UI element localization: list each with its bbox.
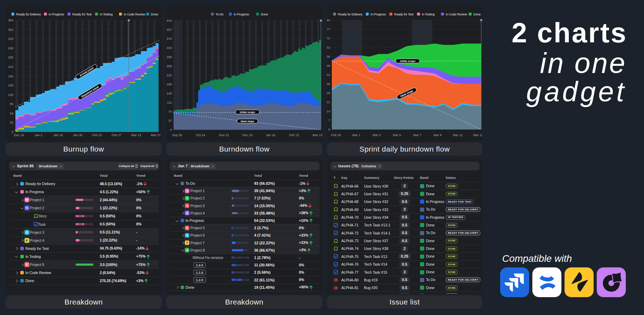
svg-text:Jan 16: Jan 16 bbox=[53, 133, 63, 137]
svg-text:56: 56 bbox=[327, 55, 330, 58]
svg-text:259: 259 bbox=[167, 64, 172, 68]
svg-text:Dec 19: Dec 19 bbox=[14, 133, 24, 137]
svg-text:Ready for Delivery: Ready for Delivery bbox=[338, 13, 363, 16]
svg-text:74: 74 bbox=[168, 110, 172, 113]
svg-text:444: 444 bbox=[167, 19, 172, 22]
svg-text:Feb 13: Feb 13 bbox=[289, 133, 299, 137]
svg-text:42: 42 bbox=[327, 73, 330, 77]
svg-text:192: 192 bbox=[8, 75, 13, 78]
svg-text:352: 352 bbox=[8, 28, 13, 31]
svg-text:To Do: To Do bbox=[216, 13, 224, 16]
svg-text:256: 256 bbox=[8, 56, 13, 59]
svg-text:70: 70 bbox=[327, 37, 330, 40]
svg-text:In Progress: In Progress bbox=[49, 13, 64, 16]
svg-text:In Testing: In Testing bbox=[422, 13, 435, 16]
svg-text:0: 0 bbox=[170, 128, 172, 132]
svg-text:Dec 19: Dec 19 bbox=[243, 133, 253, 137]
svg-text:Mar 1: Mar 1 bbox=[352, 133, 360, 137]
svg-text:21: 21 bbox=[327, 100, 330, 104]
svg-text:288: 288 bbox=[8, 47, 13, 50]
svg-text:Mar 11: Mar 11 bbox=[453, 133, 462, 137]
svg-text:Nov 21: Nov 21 bbox=[219, 133, 229, 137]
svg-text:160: 160 bbox=[8, 84, 13, 87]
svg-text:84: 84 bbox=[327, 19, 330, 22]
svg-text:96: 96 bbox=[10, 102, 13, 106]
svg-text:320: 320 bbox=[8, 37, 13, 41]
svg-text:Ideal slope: Ideal slope bbox=[240, 120, 254, 123]
svg-text:Feb 13: Feb 13 bbox=[92, 133, 102, 137]
svg-text:77: 77 bbox=[327, 28, 330, 31]
svg-text:Jan 30: Jan 30 bbox=[73, 133, 82, 137]
svg-text:In Testing: In Testing bbox=[100, 13, 113, 16]
svg-text:0: 0 bbox=[12, 130, 13, 134]
svg-text:407: 407 bbox=[167, 28, 172, 31]
svg-text:37: 37 bbox=[168, 119, 172, 122]
svg-text:Mar 3: Mar 3 bbox=[372, 133, 380, 137]
svg-text:384: 384 bbox=[8, 19, 13, 22]
svg-text:35: 35 bbox=[327, 82, 330, 86]
svg-text:63: 63 bbox=[327, 46, 330, 49]
svg-text:Jan 2: Jan 2 bbox=[35, 133, 42, 137]
svg-text:128: 128 bbox=[8, 93, 13, 97]
svg-text:64: 64 bbox=[10, 112, 13, 115]
svg-text:32: 32 bbox=[10, 121, 13, 124]
svg-text:Mar 13: Mar 13 bbox=[131, 133, 141, 137]
svg-text:222: 222 bbox=[167, 74, 172, 77]
svg-text:Sep 26: Sep 26 bbox=[172, 133, 182, 137]
svg-text:333: 333 bbox=[167, 46, 172, 50]
svg-text:Done: Done bbox=[261, 13, 268, 16]
svg-text:Mar 13: Mar 13 bbox=[473, 133, 482, 137]
svg-text:148: 148 bbox=[167, 92, 172, 95]
svg-text:296: 296 bbox=[167, 55, 172, 59]
svg-text:Initial scope: Initial scope bbox=[240, 111, 255, 114]
svg-text:Mar 7: Mar 7 bbox=[413, 133, 421, 137]
svg-text:In Code Review: In Code Review bbox=[124, 13, 145, 16]
svg-text:Mar 9: Mar 9 bbox=[433, 133, 441, 137]
svg-text:Done: Done bbox=[474, 13, 481, 16]
svg-text:Mar 27: Mar 27 bbox=[151, 133, 161, 137]
svg-text:0: 0 bbox=[328, 128, 330, 131]
svg-text:Done: Done bbox=[151, 13, 158, 16]
svg-text:In Progress: In Progress bbox=[234, 13, 250, 16]
svg-text:7: 7 bbox=[328, 119, 330, 122]
svg-text:Mar 5: Mar 5 bbox=[393, 133, 401, 137]
svg-text:In Progress: In Progress bbox=[371, 13, 386, 16]
svg-text:Feb 26: Feb 26 bbox=[331, 133, 341, 137]
svg-text:49: 49 bbox=[327, 64, 330, 68]
svg-text:In Code Review: In Code Review bbox=[446, 13, 467, 16]
svg-text:Mar 13: Mar 13 bbox=[313, 133, 322, 137]
svg-text:14: 14 bbox=[327, 110, 330, 113]
svg-text:Oct 24: Oct 24 bbox=[196, 133, 205, 137]
svg-text:Ready for Delivery: Ready for Delivery bbox=[16, 13, 41, 16]
svg-text:Feb 27: Feb 27 bbox=[112, 133, 121, 137]
svg-text:224: 224 bbox=[8, 65, 13, 69]
svg-text:Ready for Test: Ready for Test bbox=[394, 13, 414, 16]
svg-text:111: 111 bbox=[167, 101, 172, 104]
svg-text:Ready for Test: Ready for Test bbox=[72, 13, 92, 16]
svg-text:28: 28 bbox=[327, 91, 330, 95]
svg-text:Initial scope: Initial scope bbox=[400, 59, 415, 63]
svg-text:Jan 16: Jan 16 bbox=[266, 133, 275, 137]
svg-text:185: 185 bbox=[167, 83, 172, 86]
svg-text:370: 370 bbox=[167, 37, 172, 41]
